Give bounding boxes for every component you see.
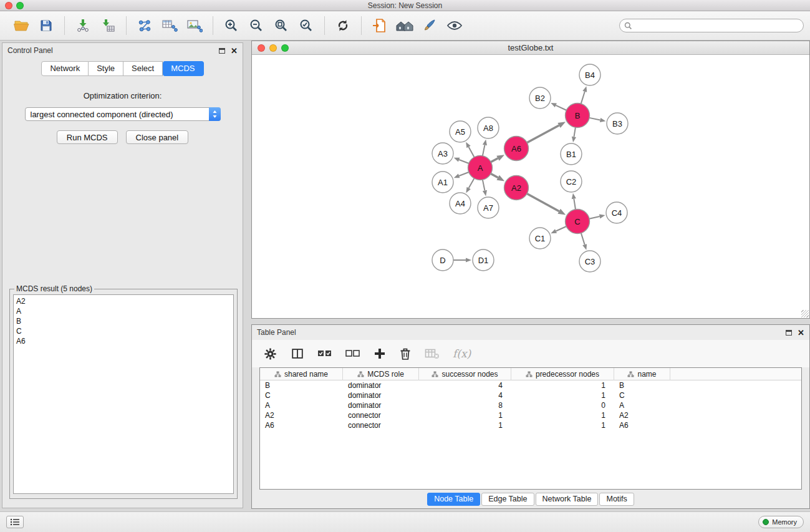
- zoom-fit-icon[interactable]: [271, 15, 292, 36]
- tab-node-table[interactable]: Node Table: [427, 493, 480, 506]
- table-row[interactable]: Cdominator41C: [260, 390, 801, 400]
- resize-grip[interactable]: [801, 310, 809, 317]
- column-header-predecessor-nodes[interactable]: predecessor nodes: [511, 368, 614, 380]
- float-panel-icon[interactable]: [219, 48, 225, 54]
- status-bar: Memory: [0, 511, 810, 532]
- clear-all-checkboxes-icon[interactable]: [345, 345, 360, 362]
- result-item[interactable]: B: [16, 316, 233, 326]
- table-cell[interactable]: C: [260, 390, 343, 400]
- close-panel-button[interactable]: Close panel: [126, 130, 189, 144]
- table-cell[interactable]: 4: [419, 380, 511, 390]
- table-cell[interactable]: 4: [419, 390, 511, 400]
- import-network-icon[interactable]: [72, 15, 94, 36]
- tab-mcds[interactable]: MCDS: [163, 61, 203, 76]
- column-header-mcds-role[interactable]: MCDS role: [343, 368, 419, 380]
- result-item[interactable]: A2: [16, 296, 233, 306]
- zoom-out-icon[interactable]: [246, 15, 267, 36]
- table-cell[interactable]: A: [614, 400, 670, 410]
- control-panel-title: Control Panel: [7, 46, 53, 55]
- table-cell[interactable]: A2: [614, 410, 670, 420]
- edge-arrowhead: [454, 158, 460, 162]
- show-hide-eye-icon[interactable]: [444, 15, 465, 36]
- node-label-A4: A4: [455, 199, 465, 208]
- task-history-button[interactable]: [6, 516, 24, 528]
- function-builder-icon[interactable]: f(x): [453, 345, 471, 362]
- table-cell[interactable]: A6: [260, 420, 343, 430]
- zoom-selected-icon[interactable]: [296, 15, 317, 36]
- table-cell[interactable]: 1: [419, 410, 511, 420]
- zoom-in-icon[interactable]: [221, 15, 242, 36]
- table-cell[interactable]: 1: [419, 420, 511, 430]
- close-table-panel-icon[interactable]: ✕: [798, 329, 804, 337]
- table-cell[interactable]: 0: [511, 400, 614, 410]
- criterion-dropdown[interactable]: largest connected component (directed): [25, 107, 221, 121]
- save-icon[interactable]: [36, 15, 57, 36]
- tab-motifs[interactable]: Motifs: [599, 493, 634, 506]
- table-cell[interactable]: connector: [343, 420, 419, 430]
- table-settings-gear-icon[interactable]: [263, 345, 277, 362]
- table-cell[interactable]: B: [614, 380, 670, 390]
- float-table-panel-icon[interactable]: [786, 330, 792, 336]
- table-cell[interactable]: dominator: [343, 380, 419, 390]
- search-input[interactable]: [632, 20, 803, 31]
- import-table-icon[interactable]: [97, 15, 118, 36]
- result-item[interactable]: A6: [16, 336, 233, 346]
- column-header-shared-name[interactable]: shared name: [260, 368, 343, 380]
- table-cell[interactable]: 1: [511, 420, 614, 430]
- delete-trash-icon[interactable]: [399, 345, 412, 362]
- table-cell[interactable]: 1: [511, 380, 614, 390]
- network-canvas[interactable]: B4B2BB3A5A8A6A3B1AA1C2A2A4A7C4CC1C3DD1: [252, 55, 809, 318]
- new-network-from-image-icon[interactable]: [184, 15, 205, 36]
- home-icon[interactable]: [394, 15, 415, 36]
- zoom-window-button[interactable]: [16, 2, 24, 9]
- table-cell[interactable]: A: [260, 400, 343, 410]
- node-label-A1: A1: [438, 178, 448, 187]
- new-network-icon[interactable]: [134, 15, 155, 36]
- add-column-plus-icon[interactable]: [374, 345, 386, 362]
- memory-button[interactable]: Memory: [758, 516, 804, 528]
- zoom-network-window-button[interactable]: [281, 44, 289, 52]
- minimize-network-window-button[interactable]: [269, 44, 277, 52]
- tab-select[interactable]: Select: [123, 61, 163, 76]
- table-cell[interactable]: A2: [260, 410, 343, 420]
- close-network-window-button[interactable]: [258, 44, 265, 52]
- table-cell[interactable]: 8: [419, 400, 511, 410]
- table-cell[interactable]: C: [614, 390, 670, 400]
- close-window-button[interactable]: [5, 2, 12, 9]
- table-cell[interactable]: A6: [614, 420, 670, 430]
- node-label-C4: C4: [612, 208, 622, 218]
- style-brush-icon[interactable]: [419, 15, 440, 36]
- tab-network[interactable]: Network: [41, 61, 89, 76]
- table-cell[interactable]: dominator: [343, 390, 419, 400]
- run-mcds-button[interactable]: Run MCDS: [57, 130, 118, 144]
- export-document-icon[interactable]: [369, 15, 390, 36]
- select-all-checkboxes-icon[interactable]: [317, 345, 332, 362]
- table-cell[interactable]: 1: [511, 390, 614, 400]
- network-window-titlebar[interactable]: testGlobe.txt: [252, 41, 809, 55]
- table-row[interactable]: A6connector11A6: [260, 420, 801, 430]
- open-folder-icon[interactable]: [11, 15, 32, 36]
- column-header-name[interactable]: name: [614, 368, 670, 380]
- split-columns-icon[interactable]: [291, 345, 304, 362]
- column-header-successor-nodes[interactable]: successor nodes: [419, 368, 511, 380]
- control-panel-header: Control Panel ✕: [2, 43, 243, 58]
- search-field[interactable]: [619, 19, 804, 32]
- tab-edge-table[interactable]: Edge Table: [481, 493, 534, 506]
- table-cell[interactable]: dominator: [343, 400, 419, 410]
- table-cell[interactable]: B: [260, 380, 343, 390]
- table-row[interactable]: A2connector11A2: [260, 410, 801, 420]
- tab-style[interactable]: Style: [89, 61, 123, 76]
- table-cell[interactable]: 1: [511, 410, 614, 420]
- new-network-from-table-icon[interactable]: [159, 15, 180, 36]
- criterion-dropdown-value: largest connected component (directed): [26, 110, 209, 119]
- table-row[interactable]: Adominator80A: [260, 400, 801, 410]
- delete-table-icon[interactable]: [425, 345, 440, 362]
- table-cell[interactable]: connector: [343, 410, 419, 420]
- mcds-result-list[interactable]: A2ABCA6: [13, 294, 234, 494]
- table-row[interactable]: Bdominator41B: [260, 380, 801, 390]
- close-panel-icon[interactable]: ✕: [231, 47, 238, 55]
- result-item[interactable]: C: [16, 326, 233, 336]
- tab-network-table[interactable]: Network Table: [536, 493, 599, 506]
- result-item[interactable]: A: [16, 306, 233, 316]
- refresh-icon[interactable]: [332, 15, 354, 36]
